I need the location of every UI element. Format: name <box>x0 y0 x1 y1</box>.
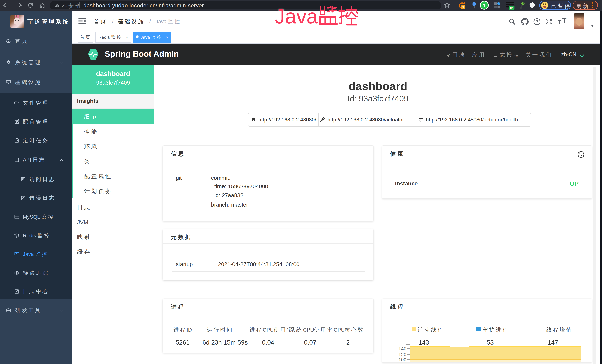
svg-text:on: on <box>510 6 513 9</box>
svg-text:1: 1 <box>462 6 464 9</box>
